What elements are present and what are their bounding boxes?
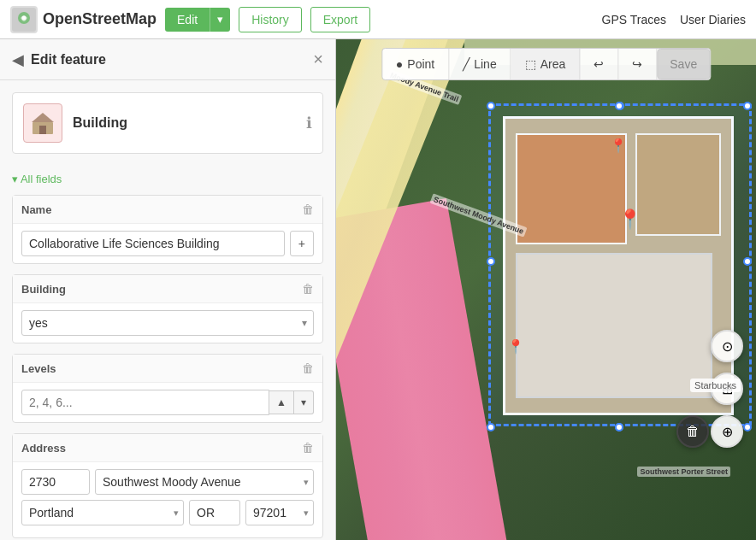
line-label: Line	[474, 57, 496, 71]
address-zip-select[interactable]: 97201	[245, 500, 314, 525]
address-zip-wrapper: 97201 ▾	[245, 500, 314, 525]
edit-button[interactable]: Edit	[165, 8, 210, 32]
levels-input[interactable]	[21, 390, 269, 415]
header: OpenStreetMap Edit ▾ History Export GPS …	[0, 0, 756, 39]
left-panel: ◀ Edit feature × Building ℹ ▾ All	[0, 39, 336, 540]
building-section-body: yes no residential commercial ▾	[13, 303, 322, 343]
name-label: Name	[21, 203, 51, 216]
back-arrow-icon[interactable]: ◀	[12, 50, 24, 69]
user-diaries-link[interactable]: User Diaries	[680, 13, 746, 26]
feature-type-card: Building ℹ	[12, 92, 323, 154]
feature-type-icon	[23, 103, 62, 143]
all-fields-section: ▾ All fields	[0, 166, 335, 195]
address-city-select[interactable]: Portland	[21, 500, 184, 525]
feature-type-label: Building	[73, 115, 127, 131]
point-icon: ●	[396, 57, 403, 71]
levels-row: ▲ ▾	[21, 390, 314, 415]
address-city-wrapper: Portland ▾	[21, 500, 184, 525]
building-section: Building 🗑 yes no residential commercial…	[12, 274, 323, 343]
history-button[interactable]: History	[239, 7, 302, 32]
name-delete-icon[interactable]: 🗑	[302, 202, 314, 216]
header-left: OpenStreetMap Edit ▾ History Export	[10, 6, 370, 33]
levels-label: Levels	[21, 362, 56, 375]
address-street-select[interactable]: Southwest Moody Avenue	[95, 469, 314, 495]
name-input[interactable]	[21, 231, 285, 256]
edit-header-left: ◀ Edit feature	[12, 50, 106, 69]
address-section-header: Address 🗑	[13, 434, 322, 462]
logo: OpenStreetMap	[10, 6, 157, 33]
name-section-body: +	[13, 224, 322, 263]
name-section: Name 🗑 +	[12, 195, 323, 264]
building-delete-icon[interactable]: 🗑	[302, 282, 314, 296]
edit-dropdown-button[interactable]: ▾	[210, 8, 230, 32]
name-section-header: Name 🗑	[13, 196, 322, 224]
info-icon[interactable]: ℹ	[306, 114, 312, 132]
map-toolbar: ● Point ╱ Line ⬚ Area ↩ ↪ Save	[381, 48, 711, 80]
levels-up-button[interactable]: ▲	[269, 390, 294, 414]
logo-icon	[10, 6, 38, 33]
building-select-wrapper: yes no residential commercial ▾	[21, 310, 314, 336]
address-street-wrapper: Southwest Moody Avenue ▾	[95, 469, 314, 495]
redo-button[interactable]: ↪	[618, 49, 657, 79]
address-row-1: Southwest Moody Avenue ▾	[21, 469, 314, 495]
levels-section-body: ▲ ▾	[13, 383, 322, 422]
address-section: Address 🗑 Southwest Moody Avenue ▾	[12, 433, 323, 538]
map-area[interactable]: ⊙ ⊞ 🗑 ⊕ Starbucks 📍 📍 📍 Moody Avenue Tra…	[336, 39, 756, 540]
line-icon: ╱	[463, 57, 470, 71]
undo-button[interactable]: ↩	[580, 49, 618, 79]
export-button[interactable]: Export	[310, 7, 370, 32]
close-button[interactable]: ×	[313, 50, 323, 69]
levels-section-header: Levels 🗑	[13, 355, 322, 383]
address-row-2: Portland ▾ 97201 ▾	[21, 500, 314, 525]
address-delete-icon[interactable]: 🗑	[302, 441, 314, 455]
point-tool-button[interactable]: ● Point	[382, 49, 449, 79]
building-select[interactable]: yes no residential commercial	[21, 310, 314, 336]
levels-delete-icon[interactable]: 🗑	[302, 361, 314, 375]
header-right: GPS Traces User Diaries	[602, 13, 746, 26]
app-name: OpenStreetMap	[43, 10, 157, 28]
point-label: Point	[407, 57, 434, 71]
feature-card-left: Building	[23, 103, 127, 143]
address-number-input[interactable]	[21, 469, 90, 495]
building-label: Building	[21, 283, 66, 296]
building-section-header: Building 🗑	[13, 275, 322, 303]
address-label: Address	[21, 442, 66, 455]
svg-rect-5	[39, 126, 46, 134]
all-fields-link[interactable]: ▾ All fields	[12, 173, 62, 185]
edit-feature-title: Edit feature	[31, 52, 106, 68]
name-field-row: +	[21, 231, 314, 256]
save-button[interactable]: Save	[657, 49, 710, 79]
address-section-body: Southwest Moody Avenue ▾ Portland ▾	[13, 462, 322, 537]
name-add-button[interactable]: +	[290, 231, 314, 256]
edit-feature-header: ◀ Edit feature ×	[0, 39, 335, 80]
edit-button-group: Edit ▾	[165, 8, 230, 32]
gps-traces-link[interactable]: GPS Traces	[602, 13, 666, 26]
levels-down-button[interactable]: ▾	[294, 390, 314, 414]
address-state-input[interactable]	[189, 500, 240, 525]
levels-section: Levels 🗑 ▲ ▾	[12, 354, 323, 423]
svg-marker-4	[32, 113, 54, 122]
main: ◀ Edit feature × Building ℹ ▾ All	[0, 39, 756, 540]
svg-point-2	[22, 15, 27, 20]
area-tool-button[interactable]: ⬚ Area	[511, 49, 581, 79]
aerial-map-background: ⊙ ⊞ 🗑 ⊕ Starbucks 📍 📍 📍 Moody Avenue Tra…	[336, 39, 756, 540]
area-icon: ⬚	[525, 57, 536, 71]
line-tool-button[interactable]: ╱ Line	[449, 49, 511, 79]
area-label: Area	[540, 57, 566, 71]
